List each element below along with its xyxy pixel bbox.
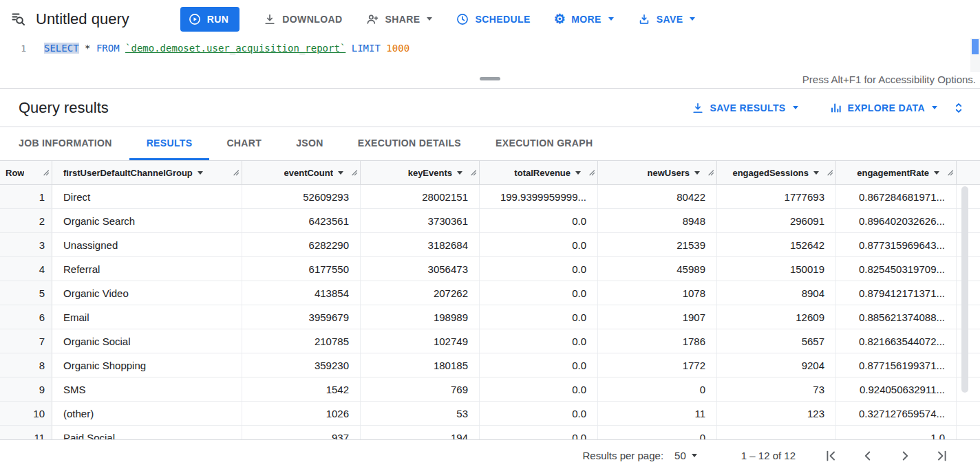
table-cell: 937 xyxy=(242,426,361,439)
save-results-button[interactable]: SAVE RESULTS xyxy=(691,101,798,115)
save-results-icon xyxy=(691,101,705,115)
column-header-eventCount[interactable]: eventCount xyxy=(242,161,361,184)
results-per-page-label: Results per page: xyxy=(583,450,664,461)
table-cell: 6177550 xyxy=(242,257,361,281)
chevron-down-icon xyxy=(608,17,614,21)
table-cell: 3 xyxy=(0,233,52,256)
table-cell: 0.327127659574... xyxy=(836,402,957,425)
column-header-keyEvents[interactable]: keyEvents xyxy=(361,161,480,184)
table-cell: Unassigned xyxy=(52,233,242,256)
sql-keyword-select: SELECT xyxy=(44,43,79,54)
table-cell: 0.0 xyxy=(480,305,598,329)
tab-results[interactable]: RESULTS xyxy=(129,127,210,160)
table-cell: Organic Social xyxy=(52,329,242,353)
last-page-button[interactable] xyxy=(935,448,950,463)
unfold-more-icon xyxy=(951,100,966,116)
table-cell: 4 xyxy=(0,257,52,281)
column-resize-icon[interactable] xyxy=(470,169,477,176)
table-cell: 0.0 xyxy=(480,402,598,425)
column-header-newUsers[interactable]: newUsers xyxy=(598,161,717,184)
column-resize-icon[interactable] xyxy=(827,169,833,176)
sort-caret-icon xyxy=(338,171,343,175)
column-header-engagementRate[interactable]: engagementRate xyxy=(836,161,957,184)
table-cell: Organic Search xyxy=(52,209,242,232)
table-cell: 0.825450319709... xyxy=(836,257,957,281)
column-header-firstUserDefaultChannelGroup[interactable]: firstUserDefaultChannelGroup xyxy=(52,161,242,184)
column-header-totalRevenue[interactable]: totalRevenue xyxy=(480,161,598,184)
table-cell: 0.877156199371... xyxy=(836,353,957,377)
sort-caret-icon xyxy=(457,171,462,175)
table-cell: 180185 xyxy=(361,353,480,377)
tab-chart[interactable]: CHART xyxy=(209,127,279,160)
download-button[interactable]: DOWNLOAD xyxy=(263,12,342,26)
save-button[interactable]: SAVE xyxy=(637,12,696,26)
sql-table-link[interactable]: `demo.demoset.user_acquisition_report` xyxy=(125,43,345,54)
results-title: Query results xyxy=(19,99,109,117)
editor-scrollbar-thumb[interactable] xyxy=(972,39,979,54)
sort-caret-icon xyxy=(198,171,203,175)
table-cell: 123 xyxy=(717,402,836,425)
table-header-row: Row firstUserDefaultChannelGroup eventCo… xyxy=(0,161,980,185)
tab-job-information[interactable]: JOB INFORMATION xyxy=(1,127,129,160)
panel-drag-handle[interactable] xyxy=(480,77,500,80)
sort-caret-icon xyxy=(694,171,700,175)
table-cell: 0.896402032626... xyxy=(836,209,957,232)
table-row: 11Paid Social9371940.001.0 xyxy=(0,426,980,439)
sort-caret-icon xyxy=(813,171,819,175)
table-cell: 11 xyxy=(598,402,717,425)
chevron-down-icon xyxy=(427,17,432,21)
results-tabs: JOB INFORMATION RESULTS CHART JSON EXECU… xyxy=(0,127,980,161)
table-cell: 5 xyxy=(0,281,52,305)
share-button[interactable]: SHARE xyxy=(365,12,432,26)
table-cell: 1026 xyxy=(242,402,361,425)
next-page-button[interactable] xyxy=(897,448,913,463)
table-cell: 0.0 xyxy=(480,209,598,232)
previous-page-button[interactable] xyxy=(860,448,875,463)
table-row: 2Organic Search642356137303610.089482960… xyxy=(0,209,980,233)
table-cell: 53 xyxy=(361,402,480,425)
column-header-row[interactable]: Row xyxy=(0,161,52,184)
editor-scrollbar[interactable] xyxy=(970,38,980,72)
table-cell: 296091 xyxy=(717,209,836,232)
tab-execution-details[interactable]: EXECUTION DETAILS xyxy=(341,127,478,160)
table-cell: Direct xyxy=(52,185,242,208)
table-scrollbar-thumb[interactable] xyxy=(961,186,968,393)
table-cell: 2 xyxy=(0,209,52,232)
first-page-button[interactable] xyxy=(823,448,838,463)
explore-data-button[interactable]: EXPLORE DATA xyxy=(829,101,937,115)
table-cell: 21539 xyxy=(598,233,717,256)
column-resize-icon[interactable] xyxy=(588,169,595,176)
table-row: 6Email39596791989890.01907126090.8856213… xyxy=(0,305,980,329)
tab-json[interactable]: JSON xyxy=(279,127,341,160)
run-button[interactable]: RUN xyxy=(180,7,240,32)
column-resize-icon[interactable] xyxy=(351,169,358,176)
table-cell: 3182684 xyxy=(361,233,480,256)
chevron-down-icon xyxy=(692,454,697,457)
table-cell: 3056473 xyxy=(361,257,480,281)
table-row: 7Organic Social2107851027490.0178656570.… xyxy=(0,329,980,353)
gear-icon: ⚙ xyxy=(554,12,566,25)
column-header-engagedSessions[interactable]: engagedSessions xyxy=(717,161,836,184)
table-cell: 0.924050632911... xyxy=(836,377,957,401)
query-search-icon xyxy=(10,11,26,28)
column-resize-icon[interactable] xyxy=(707,169,714,176)
table-cell: 73 xyxy=(717,377,836,401)
table-cell: 1777693 xyxy=(717,185,836,208)
sort-caret-icon xyxy=(575,171,581,175)
more-button[interactable]: ⚙ MORE xyxy=(554,12,614,25)
pagination-footer: Results per page: 50 1 – 12 of 12 xyxy=(0,439,980,471)
schedule-button[interactable]: SCHEDULE xyxy=(456,12,530,26)
accessibility-hint: Press Alt+F1 for Accessibility Options. xyxy=(802,74,976,85)
page-size-select[interactable]: 50 xyxy=(674,450,697,461)
column-resize-icon[interactable] xyxy=(43,169,50,176)
table-scrollbar[interactable] xyxy=(961,186,969,438)
column-resize-icon[interactable] xyxy=(233,169,239,176)
sql-editor[interactable]: 1 SELECT * FROM `demo.demoset.user_acqui… xyxy=(0,38,980,72)
table-cell: 1.0 xyxy=(836,426,957,439)
panel-resize-bar: Press Alt+F1 for Accessibility Options. xyxy=(0,72,980,89)
table-cell: 194 xyxy=(361,426,480,439)
expand-results-button[interactable] xyxy=(951,100,966,116)
tab-execution-graph[interactable]: EXECUTION GRAPH xyxy=(478,127,610,160)
page-range-label: 1 – 12 of 12 xyxy=(741,450,796,461)
column-resize-icon[interactable] xyxy=(947,169,954,176)
